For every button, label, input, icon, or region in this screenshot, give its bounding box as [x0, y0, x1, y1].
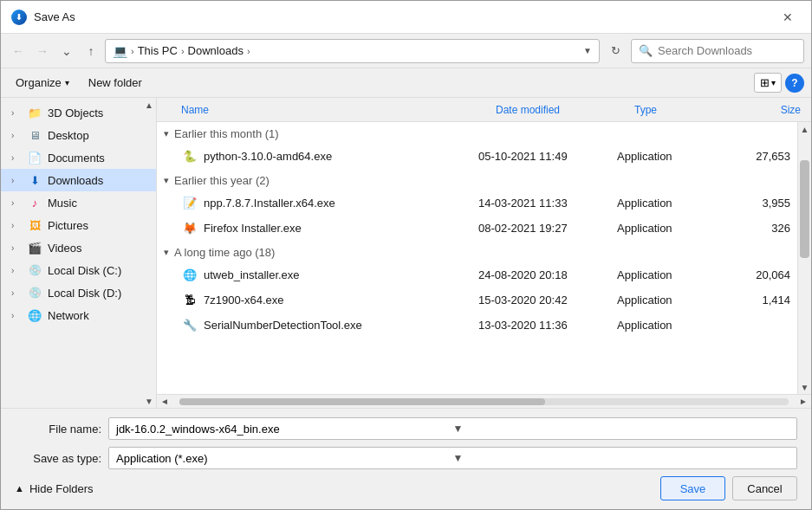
- file-icon: 🗜: [181, 291, 198, 308]
- cancel-button[interactable]: Cancel: [732, 476, 797, 500]
- sidebar-label: Local Disk (D:): [48, 287, 121, 300]
- file-size: 3,955: [721, 197, 790, 210]
- path-dropdown-arrow[interactable]: ▼: [583, 46, 592, 55]
- hide-folders-button[interactable]: ▲ Hide Folders: [15, 482, 94, 495]
- group-header-long-time-ago[interactable]: ▾ A long time ago (18): [157, 241, 797, 262]
- file-row[interactable]: 📝 npp.7.8.7.Installer.x64.exe 14-03-2021…: [157, 190, 797, 216]
- sidebar-scroll-down[interactable]: ▼: [142, 394, 156, 408]
- videos-icon: 🎬: [27, 240, 42, 255]
- sidebar-item-local-disk-c[interactable]: › 💿 Local Disk (C:): [1, 259, 156, 281]
- group-chevron: ▾: [164, 247, 169, 258]
- close-button[interactable]: ✕: [775, 8, 801, 27]
- file-name: utweb_installer.exe: [204, 268, 478, 281]
- sidebar-label: 3D Objects: [48, 107, 103, 119]
- scroll-thumb[interactable]: [800, 160, 809, 258]
- help-button[interactable]: ?: [785, 74, 804, 93]
- hscroll-thumb[interactable]: [179, 398, 545, 405]
- sidebar-label: Network: [48, 309, 89, 322]
- group-header-this-month[interactable]: ▾ Earlier this month (1): [157, 122, 797, 144]
- column-headers: Name Date modified Type Size: [157, 98, 811, 122]
- filetype-dropdown-arrow[interactable]: ▼: [450, 452, 790, 464]
- sidebar-item-3d-objects[interactable]: › 📁 3D Objects: [1, 101, 156, 124]
- hscroll-right-button[interactable]: ►: [796, 397, 811, 406]
- refresh-button[interactable]: ↻: [603, 39, 627, 63]
- back-button[interactable]: ←: [8, 41, 29, 61]
- organize-button[interactable]: Organize ▾: [8, 73, 77, 93]
- file-name: python-3.10.0-amd64.exe: [204, 150, 478, 163]
- sidebar-item-downloads[interactable]: › ⬇ Downloads: [1, 169, 156, 191]
- filetype-input[interactable]: Application (*.exe) ▼: [108, 447, 797, 469]
- horizontal-scrollbar[interactable]: ◄ ►: [157, 394, 811, 408]
- group-header-this-year[interactable]: ▾ Earlier this year (2): [157, 169, 797, 190]
- col-header-type[interactable]: Type: [631, 104, 735, 116]
- sidebar: ▲ › 📁 3D Objects › 🖥 Desktop › 📄 Documen…: [1, 98, 157, 408]
- file-row[interactable]: 🌐 utweb_installer.exe 24-08-2020 20:18 A…: [157, 262, 797, 287]
- filetype-row: Save as type: Application (*.exe) ▼: [15, 447, 797, 469]
- organize-chevron: ▾: [65, 78, 69, 87]
- local-disk-d-icon: 💿: [27, 285, 42, 300]
- forward-button[interactable]: →: [32, 41, 53, 61]
- sidebar-label: Videos: [48, 242, 82, 255]
- col-header-name[interactable]: Name: [178, 104, 492, 116]
- expand-icon: ›: [11, 131, 22, 140]
- address-path[interactable]: 💻 › This PC › Downloads › ▼: [105, 39, 600, 63]
- file-date: 13-03-2020 11:36: [478, 319, 617, 332]
- file-type: Application: [617, 319, 721, 332]
- filename-dropdown-arrow[interactable]: ▼: [450, 423, 790, 435]
- file-type: Application: [617, 268, 721, 281]
- sidebar-item-videos[interactable]: › 🎬 Videos: [1, 236, 156, 259]
- hide-folders-label: Hide Folders: [29, 482, 94, 495]
- hscroll-track[interactable]: [179, 398, 789, 405]
- sidebar-item-network[interactable]: › 🌐 Network: [1, 304, 156, 326]
- filename-input[interactable]: jdk-16.0.2_windows-x64_bin.exe ▼: [108, 417, 797, 440]
- file-row[interactable]: 🔧 SerialNumberDetectionTool.exe 13-03-20…: [157, 313, 797, 338]
- file-row[interactable]: 🗜 7z1900-x64.exe 15-03-2020 20:42 Applic…: [157, 287, 797, 313]
- 3d-objects-icon: 📁: [27, 105, 42, 120]
- file-type: Application: [617, 222, 721, 235]
- expand-icon: ›: [11, 288, 22, 298]
- toolbar: Organize ▾ New folder ⊞ ▾ ?: [1, 68, 811, 98]
- desktop-icon: 🖥: [27, 127, 42, 143]
- search-box[interactable]: 🔍: [631, 39, 804, 63]
- music-icon: ♪: [27, 195, 42, 210]
- up-button[interactable]: ↑: [81, 41, 101, 61]
- new-folder-button[interactable]: New folder: [81, 73, 150, 93]
- view-dropdown-arrow[interactable]: ▾: [771, 78, 776, 87]
- scroll-down-button[interactable]: ▼: [798, 380, 811, 394]
- file-row[interactable]: 🐍 python-3.10.0-amd64.exe 05-10-2021 11:…: [157, 144, 797, 169]
- file-size: 27,653: [721, 150, 790, 163]
- file-name: Firefox Installer.exe: [204, 222, 478, 235]
- file-area: Name Date modified Type Size ▾ Earlier t…: [157, 98, 811, 408]
- save-button[interactable]: Save: [660, 476, 725, 500]
- bottom-area: File name: jdk-16.0.2_windows-x64_bin.ex…: [1, 408, 811, 509]
- title-bar-left: ⬇ Save As: [11, 10, 75, 25]
- sidebar-label: Documents: [48, 152, 105, 165]
- file-row[interactable]: 🦊 Firefox Installer.exe 08-02-2021 19:27…: [157, 216, 797, 241]
- expand-icon: ›: [11, 198, 22, 208]
- address-bar: ← → ⌄ ↑ 💻 › This PC › Downloads › ▼ ↻ 🔍: [1, 34, 811, 68]
- file-name: SerialNumberDetectionTool.exe: [204, 319, 478, 332]
- scroll-up-button[interactable]: ▲: [798, 122, 811, 136]
- sidebar-item-documents[interactable]: › 📄 Documents: [1, 146, 156, 169]
- file-name: 7z1900-x64.exe: [204, 294, 478, 307]
- search-input[interactable]: [658, 44, 796, 57]
- expand-button[interactable]: ⌄: [56, 41, 77, 61]
- col-header-size[interactable]: Size: [735, 104, 804, 116]
- filename-row: File name: jdk-16.0.2_windows-x64_bin.ex…: [15, 417, 797, 440]
- file-date: 05-10-2021 11:49: [478, 150, 617, 163]
- sidebar-item-pictures[interactable]: › 🖼 Pictures: [1, 214, 156, 236]
- filetype-value: Application (*.exe): [116, 452, 450, 465]
- sidebar-scroll-up[interactable]: ▲: [142, 98, 156, 112]
- sidebar-item-desktop[interactable]: › 🖥 Desktop: [1, 124, 156, 146]
- vertical-scrollbar[interactable]: ▲ ▼: [797, 122, 811, 394]
- expand-icon: ›: [11, 243, 22, 253]
- file-date: 15-03-2020 20:42: [478, 294, 617, 307]
- sidebar-item-music[interactable]: › ♪ Music: [1, 191, 156, 214]
- view-button[interactable]: ⊞ ▾: [754, 73, 782, 93]
- expand-icon: ›: [11, 266, 22, 275]
- scroll-track[interactable]: [798, 136, 811, 380]
- col-header-date[interactable]: Date modified: [492, 104, 631, 116]
- hscroll-left-button[interactable]: ◄: [157, 397, 172, 406]
- expand-icon: ›: [11, 108, 22, 118]
- sidebar-item-local-disk-d[interactable]: › 💿 Local Disk (D:): [1, 281, 156, 304]
